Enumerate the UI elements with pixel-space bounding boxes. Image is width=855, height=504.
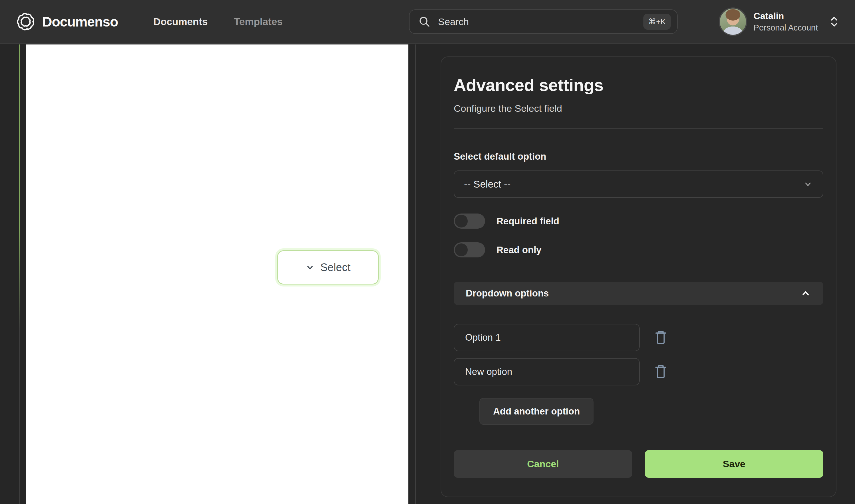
required-field-label: Required field	[497, 216, 559, 227]
document-select-field[interactable]: Select	[277, 250, 379, 285]
delete-option-button[interactable]	[653, 363, 668, 380]
search-icon	[418, 15, 431, 28]
cancel-button[interactable]: Cancel	[454, 450, 632, 478]
read-only-row: Read only	[454, 242, 823, 257]
required-field-row: Required field	[454, 214, 823, 229]
document-select-field-label: Select	[320, 262, 351, 274]
page-scroll-indicator	[19, 44, 20, 504]
add-another-option-button[interactable]: Add another option	[479, 398, 593, 425]
chevron-up-icon	[800, 288, 812, 299]
trash-icon	[653, 363, 668, 380]
panel-scrollbar[interactable]	[415, 44, 416, 504]
panel-title: Advanced settings	[454, 75, 823, 95]
global-search[interactable]: ⌘+K	[409, 10, 678, 34]
default-option-select[interactable]: -- Select --	[454, 170, 823, 198]
option-input-1[interactable]	[454, 324, 640, 351]
toggle-knob	[455, 215, 468, 228]
search-input[interactable]	[438, 16, 636, 28]
user-name: Catalin	[753, 11, 818, 21]
panel-subtitle: Configure the Select field	[454, 103, 823, 114]
divider	[454, 128, 823, 129]
delete-option-button[interactable]	[653, 329, 668, 346]
read-only-label: Read only	[497, 245, 541, 255]
document-page: Select	[26, 44, 408, 504]
option-input-2[interactable]	[454, 358, 640, 385]
nav-item-documents[interactable]: Documents	[154, 16, 208, 28]
panel-footer: Cancel Save	[454, 450, 823, 478]
trash-icon	[653, 329, 668, 346]
search-shortcut-badge: ⌘+K	[643, 14, 671, 30]
brand-name: Documenso	[42, 14, 118, 30]
dropdown-options-header[interactable]: Dropdown options	[454, 282, 823, 305]
save-button[interactable]: Save	[645, 450, 823, 478]
brand-logo[interactable]: Documenso	[16, 12, 118, 31]
chevron-up-down-icon	[829, 15, 839, 28]
user-avatar	[720, 8, 746, 35]
default-option-value: -- Select --	[464, 178, 803, 190]
top-navbar: Documenso Documents Templates ⌘+K Catali…	[0, 0, 855, 44]
required-field-toggle[interactable]	[454, 214, 485, 229]
chevron-down-icon	[803, 179, 813, 189]
toggle-knob	[455, 244, 468, 256]
nav-item-templates[interactable]: Templates	[234, 16, 283, 28]
dropdown-options-label: Dropdown options	[466, 288, 800, 299]
option-row	[454, 358, 823, 385]
read-only-toggle[interactable]	[454, 242, 485, 257]
option-row	[454, 324, 823, 351]
documenso-seal-icon	[16, 12, 35, 31]
main-nav: Documents Templates	[154, 16, 283, 28]
user-account-type: Personal Account	[753, 23, 818, 33]
account-menu[interactable]: Catalin Personal Account	[720, 8, 839, 35]
main-content: Select Advanced settings Configure the S…	[0, 44, 855, 504]
advanced-settings-panel: Advanced settings Configure the Select f…	[441, 56, 836, 497]
chevron-down-icon	[305, 263, 315, 272]
default-option-label: Select default option	[454, 151, 823, 162]
